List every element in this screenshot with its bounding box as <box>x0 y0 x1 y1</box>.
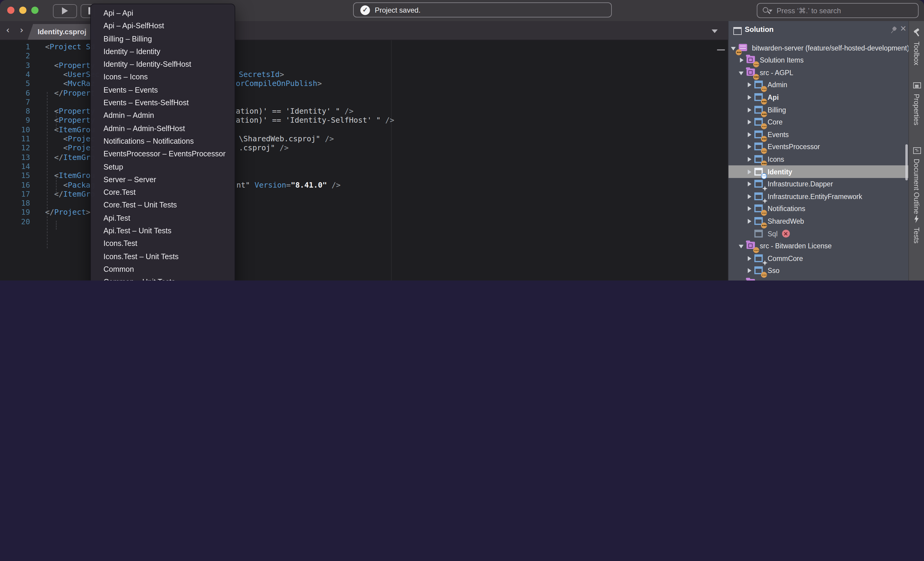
tab-identity-csproj[interactable]: Identity.csproj <box>28 24 96 40</box>
expand-icon[interactable] <box>739 57 746 63</box>
expand-icon[interactable] <box>747 255 754 261</box>
menu-item-billing-billing[interactable]: Billing – Billing <box>91 33 235 46</box>
expand-icon[interactable] <box>747 206 754 212</box>
project-icon <box>754 253 766 263</box>
tree-item-billing[interactable]: Billing <box>729 103 908 116</box>
menu-item-identity-identity-selfhost[interactable]: Identity – Identity-SelfHost <box>91 58 235 71</box>
navigate-back-icon[interactable]: ‹ <box>6 25 10 36</box>
expand-icon[interactable] <box>747 119 754 125</box>
menu-item-common[interactable]: Common <box>91 263 235 276</box>
collapse-icon[interactable] <box>739 243 746 249</box>
vertical-scrollbar[interactable] <box>905 144 908 180</box>
menu-item-core-test[interactable]: Core.Test <box>91 186 235 199</box>
scrollbar-collapsed[interactable] <box>717 49 725 51</box>
dock-tab-document-outline[interactable]: Document Outline <box>909 146 924 214</box>
tree-item-icons[interactable]: Icons <box>729 153 908 166</box>
run-button[interactable] <box>53 4 77 18</box>
tree-item-label: bitwarden-server (feature/self-hosted-de… <box>752 44 908 51</box>
line-number: 16 <box>0 180 30 189</box>
project-light-icon <box>754 167 766 177</box>
navigate-forward-icon[interactable]: › <box>20 25 24 36</box>
line-number: 18 <box>0 198 30 208</box>
expand-icon[interactable] <box>747 132 754 138</box>
tree-item-label: EventsProcessor <box>768 144 820 151</box>
folder-icon <box>746 68 758 77</box>
dock-tab-tests[interactable]: Tests <box>909 215 924 244</box>
tree-item-core[interactable]: Core <box>729 116 908 129</box>
project-icon <box>754 105 766 115</box>
expand-icon[interactable] <box>747 193 754 199</box>
menu-item-notifications-notifications[interactable]: Notifications – Notifications <box>91 135 235 148</box>
menu-item-identity-identity[interactable]: Identity – Identity <box>91 46 235 58</box>
expand-icon[interactable] <box>747 268 754 274</box>
expand-icon[interactable] <box>747 181 754 187</box>
menu-item-core-test-unit-tests[interactable]: Core.Test – Unit Tests <box>91 199 235 212</box>
menu-item-admin-admin-selfhost[interactable]: Admin – Admin-SelfHost <box>91 123 235 135</box>
tree-item-sql[interactable]: Sql✕ <box>729 227 908 240</box>
project-icon <box>754 130 766 139</box>
code-line-9: <Property <box>45 116 95 125</box>
expand-icon[interactable] <box>747 107 754 113</box>
collapse-icon[interactable] <box>739 69 746 75</box>
menu-item-common-unit-tests[interactable]: Common – Unit Tests <box>91 276 235 280</box>
minimize-window-button[interactable] <box>19 7 27 14</box>
tree-item-solution-items[interactable]: Solution Items <box>729 54 908 66</box>
tree-item-sso[interactable]: Sso <box>729 265 908 277</box>
folder-icon <box>746 55 758 65</box>
tree-item-events[interactable]: Events <box>729 128 908 141</box>
tree-item-test[interactable]: test <box>729 277 908 280</box>
expand-icon[interactable] <box>747 169 754 175</box>
dock-tab-toolbox[interactable]: Toolbox <box>909 29 924 65</box>
line-number: 9 <box>0 116 30 125</box>
tree-item-identity[interactable]: Identity <box>729 165 908 178</box>
tree-item-src-agpl[interactable]: src - AGPL <box>729 66 908 79</box>
menu-item-icons-test-unit-tests[interactable]: Icons.Test – Unit Tests <box>91 250 235 263</box>
tree-item-infrastructure-entityframework[interactable]: Infrastructure.EntityFramework <box>729 190 908 203</box>
tab-list-dropdown-icon[interactable] <box>712 30 718 33</box>
menu-item-icons-icons[interactable]: Icons – Icons <box>91 71 235 84</box>
tree-item-commcore[interactable]: CommCore <box>729 252 908 265</box>
line-number: 12 <box>0 144 30 153</box>
close-window-button[interactable] <box>7 7 14 14</box>
lightning-icon <box>913 215 920 223</box>
menu-item-events-events-selfhost[interactable]: Events – Events-SelfHost <box>91 97 235 110</box>
tree-item-label: CommCore <box>768 255 803 262</box>
menu-item-api-test-unit-tests[interactable]: Api.Test – Unit Tests <box>91 225 235 238</box>
menu-item-server-server[interactable]: Server – Server <box>91 174 235 187</box>
code-line-11: \SharedWeb.csproj" /> <box>239 134 334 144</box>
line-number: 2 <box>0 51 30 61</box>
tree-item-label: Billing <box>768 106 786 113</box>
expand-icon[interactable] <box>747 82 754 88</box>
dock-tab-properties[interactable]: Properties <box>909 81 924 126</box>
menu-item-api-api-selfhost[interactable]: Api – Api-SelfHost <box>91 20 235 33</box>
project-icon <box>754 142 766 152</box>
expand-icon[interactable] <box>747 94 754 100</box>
code-line-4: SecretsId> <box>239 70 284 79</box>
zoom-window-button[interactable] <box>31 7 39 14</box>
tree-item-admin[interactable]: Admin <box>729 79 908 91</box>
tree-item-infrastructure-dapper[interactable]: Infrastructure.Dapper <box>729 178 908 190</box>
tree-item-eventsprocessor[interactable]: EventsProcessor <box>729 141 908 153</box>
line-number: 5 <box>0 79 30 88</box>
tree-item-api[interactable]: Api <box>729 91 908 104</box>
tree-item-bitwarden-server-feature-self-hosted-development[interactable]: bitwarden-server (feature/self-hosted-de… <box>729 42 908 54</box>
search-icon <box>763 6 772 15</box>
tree-item-label: Sql <box>768 230 777 237</box>
expand-icon[interactable] <box>747 144 754 150</box>
menu-item-icons-test[interactable]: Icons.Test <box>91 238 235 251</box>
tree-item-src-bitwarden-license[interactable]: src - Bitwarden License <box>729 239 908 252</box>
tree-item-label: SharedWeb <box>768 218 804 225</box>
tree-item-notifications[interactable]: Notifications <box>729 203 908 215</box>
project-icon <box>754 80 766 90</box>
menu-item-setup[interactable]: Setup <box>91 161 235 174</box>
expand-icon[interactable] <box>747 218 754 224</box>
menu-item-eventsprocessor-eventsprocessor[interactable]: EventsProcessor – EventsProcessor <box>91 148 235 161</box>
tree-item-sharedweb[interactable]: SharedWeb <box>729 215 908 227</box>
expand-icon[interactable] <box>747 156 754 162</box>
menu-item-events-events[interactable]: Events – Events <box>91 84 235 97</box>
menu-item-admin-admin[interactable]: Admin – Admin <box>91 110 235 123</box>
menu-item-api-test[interactable]: Api.Test <box>91 212 235 225</box>
menu-item-api-api[interactable]: Api – Api <box>91 7 235 20</box>
tree-item-label: Infrastructure.EntityFramework <box>768 193 862 200</box>
search-input[interactable]: Press ‘⌘.’ to search <box>757 3 919 18</box>
